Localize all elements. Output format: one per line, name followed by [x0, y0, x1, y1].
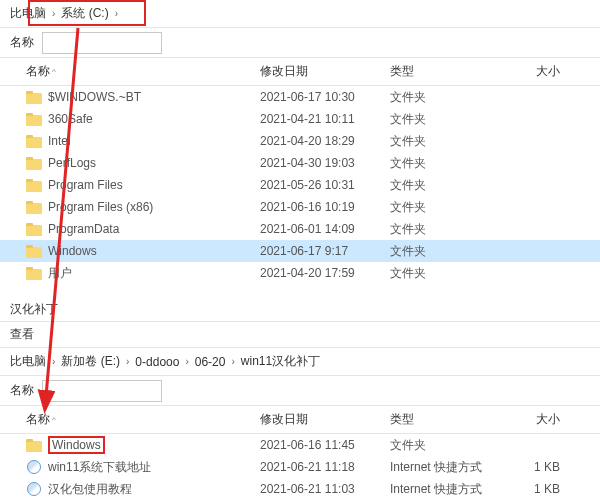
- list-item[interactable]: win11系统下载地址2021-06-21 11:18Internet 快捷方式…: [0, 456, 600, 478]
- chevron-right-icon: ›: [52, 356, 55, 367]
- item-name: Program Files (x86): [48, 200, 153, 214]
- item-type: 文件夹: [390, 133, 500, 150]
- folder-icon: [26, 135, 42, 148]
- item-name: 360Safe: [48, 112, 93, 126]
- folder-icon: [26, 439, 42, 452]
- item-name: ProgramData: [48, 222, 119, 236]
- header-date[interactable]: 修改日期: [260, 63, 390, 80]
- item-type: 文件夹: [390, 89, 500, 106]
- list-item[interactable]: ProgramData2021-06-01 14:09文件夹: [0, 218, 600, 240]
- list-item[interactable]: Intel2021-04-20 18:29文件夹: [0, 130, 600, 152]
- item-date: 2021-06-01 14:09: [260, 222, 390, 236]
- folder-icon: [26, 157, 42, 170]
- item-type: 文件夹: [390, 221, 500, 238]
- item-name: 用户: [48, 265, 72, 282]
- list-item[interactable]: 360Safe2021-04-21 10:11文件夹: [0, 108, 600, 130]
- item-type: 文件夹: [390, 111, 500, 128]
- item-type: 文件夹: [390, 177, 500, 194]
- item-name: PerfLogs: [48, 156, 96, 170]
- list-item[interactable]: PerfLogs2021-04-30 19:03文件夹: [0, 152, 600, 174]
- item-date: 2021-06-21 11:03: [260, 482, 390, 496]
- item-name: Windows: [48, 436, 105, 454]
- chevron-right-icon: ›: [231, 356, 234, 367]
- item-name: $WINDOWS.~BT: [48, 90, 141, 104]
- header-date[interactable]: 修改日期: [260, 411, 390, 428]
- breadcrumb-item[interactable]: 06-20: [195, 355, 226, 369]
- item-size: 1 KB: [500, 482, 560, 496]
- chevron-right-icon: ›: [52, 8, 55, 19]
- item-size: 1 KB: [500, 460, 560, 474]
- name-filter-input[interactable]: [42, 380, 162, 402]
- item-type: Internet 快捷方式: [390, 459, 500, 476]
- item-name: 汉化包使用教程: [48, 481, 132, 498]
- folder-icon: [26, 223, 42, 236]
- header-type[interactable]: 类型: [390, 411, 500, 428]
- list-item[interactable]: 用户2021-04-20 17:59文件夹: [0, 262, 600, 284]
- list-item[interactable]: Windows2021-06-17 9:17文件夹: [0, 240, 600, 262]
- view-menu[interactable]: 查看: [0, 322, 600, 348]
- item-type: Internet 快捷方式: [390, 481, 500, 498]
- breadcrumb-bottom[interactable]: 比电脑› 新加卷 (E:)› 0-ddooo› 06-20› win11汉化补丁: [0, 348, 600, 376]
- item-type: 文件夹: [390, 243, 500, 260]
- item-date: 2021-04-20 18:29: [260, 134, 390, 148]
- header-name[interactable]: 名称: [26, 411, 50, 428]
- folder-icon: [26, 179, 42, 192]
- breadcrumb-item[interactable]: 比电脑: [10, 5, 46, 22]
- file-list-top: $WINDOWS.~BT2021-06-17 10:30文件夹360Safe20…: [0, 86, 600, 284]
- column-headers[interactable]: 名称^ 修改日期 类型 大小: [0, 406, 600, 434]
- list-item[interactable]: Program Files2021-05-26 10:31文件夹: [0, 174, 600, 196]
- item-date: 2021-06-21 11:18: [260, 460, 390, 474]
- item-date: 2021-06-17 9:17: [260, 244, 390, 258]
- folder-icon: [26, 245, 42, 258]
- list-item[interactable]: Program Files (x86)2021-06-16 10:19文件夹: [0, 196, 600, 218]
- header-size[interactable]: 大小: [500, 63, 560, 80]
- chevron-right-icon: ›: [185, 356, 188, 367]
- list-item[interactable]: $WINDOWS.~BT2021-06-17 10:30文件夹: [0, 86, 600, 108]
- breadcrumb-top[interactable]: 比电脑 › 系统 (C:) ›: [0, 0, 600, 28]
- name-label: 名称: [10, 382, 34, 399]
- sort-asc-icon: ^: [52, 67, 56, 76]
- shortcut-icon: [26, 481, 42, 497]
- item-type: 文件夹: [390, 265, 500, 282]
- header-size[interactable]: 大小: [500, 411, 560, 428]
- item-name: win11系统下载地址: [48, 459, 151, 476]
- item-name: Program Files: [48, 178, 123, 192]
- chevron-right-icon: ›: [126, 356, 129, 367]
- breadcrumb-item[interactable]: 系统 (C:): [61, 5, 108, 22]
- item-name: Windows: [48, 244, 97, 258]
- item-date: 2021-04-21 10:11: [260, 112, 390, 126]
- file-list-bottom: Windows2021-06-16 11:45文件夹win11系统下载地址202…: [0, 434, 600, 503]
- shortcut-icon: [26, 459, 42, 475]
- list-item[interactable]: Windows2021-06-16 11:45文件夹: [0, 434, 600, 456]
- item-date: 2021-06-16 10:19: [260, 200, 390, 214]
- header-name[interactable]: 名称: [26, 63, 50, 80]
- toolbar-top: 名称: [0, 28, 600, 58]
- item-date: 2021-04-30 19:03: [260, 156, 390, 170]
- item-name: Intel: [48, 134, 71, 148]
- breadcrumb-item[interactable]: 比电脑: [10, 353, 46, 370]
- item-type: 文件夹: [390, 437, 500, 454]
- breadcrumb-item[interactable]: 0-ddooo: [135, 355, 179, 369]
- column-headers[interactable]: 名称^ 修改日期 类型 大小: [0, 58, 600, 86]
- chevron-right-icon: ›: [115, 8, 118, 19]
- bottom-explorer-pane: 汉化补丁 查看 比电脑› 新加卷 (E:)› 0-ddooo› 06-20› w…: [0, 298, 600, 503]
- breadcrumb-item[interactable]: win11汉化补丁: [241, 353, 320, 370]
- folder-icon: [26, 267, 42, 280]
- name-label: 名称: [10, 34, 34, 51]
- header-type[interactable]: 类型: [390, 63, 500, 80]
- item-type: 文件夹: [390, 199, 500, 216]
- item-date: 2021-06-16 11:45: [260, 438, 390, 452]
- item-type: 文件夹: [390, 155, 500, 172]
- breadcrumb-item[interactable]: 新加卷 (E:): [61, 353, 120, 370]
- item-date: 2021-06-17 10:30: [260, 90, 390, 104]
- name-filter-input[interactable]: [42, 32, 162, 54]
- list-item[interactable]: 汉化包使用教程2021-06-21 11:03Internet 快捷方式1 KB: [0, 478, 600, 500]
- folder-icon: [26, 91, 42, 104]
- folder-icon: [26, 113, 42, 126]
- top-explorer-pane: 比电脑 › 系统 (C:) › 名称 名称^ 修改日期 类型 大小 $WINDO…: [0, 0, 600, 284]
- window-title: 汉化补丁: [0, 298, 600, 322]
- toolbar-bottom: 名称: [0, 376, 600, 406]
- item-date: 2021-05-26 10:31: [260, 178, 390, 192]
- folder-icon: [26, 201, 42, 214]
- item-date: 2021-04-20 17:59: [260, 266, 390, 280]
